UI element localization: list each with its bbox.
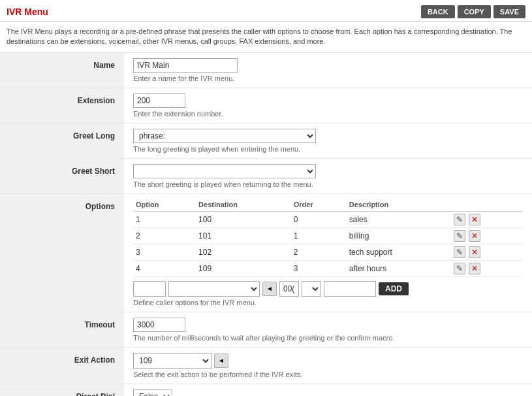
description-cell: tech support bbox=[347, 244, 450, 260]
exit-action-row: Exit Action 109 ◄ Select the exit action… bbox=[0, 347, 532, 384]
table-row: 2 101 1 billing ✎ ✕ bbox=[133, 227, 523, 244]
description-cell: sales bbox=[347, 211, 450, 227]
back-button[interactable]: BACK bbox=[421, 5, 455, 18]
timeout-input[interactable] bbox=[133, 318, 185, 332]
delete-option-button[interactable]: ✕ bbox=[469, 263, 480, 274]
delete-option-button[interactable]: ✕ bbox=[469, 246, 480, 258]
extension-row: Extension Enter the extension number. bbox=[0, 88, 532, 123]
table-row: 1 100 0 sales ✎ ✕ bbox=[133, 211, 523, 227]
name-label: Name bbox=[0, 53, 124, 88]
action-cell: ✎ ✕ bbox=[450, 227, 523, 244]
order-cell: 2 bbox=[291, 244, 347, 260]
greet-long-input-cell: phrase: The long greeting is played when… bbox=[124, 123, 532, 158]
greet-short-select[interactable] bbox=[133, 164, 316, 178]
page-description: The IVR Menu plays a recording or a pre-… bbox=[0, 22, 532, 53]
order-cell: 1 bbox=[291, 227, 347, 244]
greet-long-row: Greet Long phrase: The long greeting is … bbox=[0, 123, 532, 158]
delete-option-button[interactable]: ✕ bbox=[469, 230, 480, 242]
add-option-button[interactable]: ADD bbox=[379, 282, 409, 295]
table-row: 3 102 2 tech support ✎ ✕ bbox=[133, 244, 523, 260]
edit-option-button[interactable]: ✎ bbox=[454, 214, 465, 225]
option-cell: 3 bbox=[133, 244, 196, 260]
save-button[interactable]: SAVE bbox=[493, 5, 525, 18]
new-destination-arrow-btn[interactable]: ◄ bbox=[262, 282, 277, 296]
option-cell: 1 bbox=[133, 211, 196, 227]
destination-cell: 109 bbox=[196, 260, 291, 276]
destination-cell: 102 bbox=[196, 244, 291, 260]
col-option: Option bbox=[133, 199, 196, 212]
page-title: IVR Menu bbox=[7, 7, 48, 17]
new-order-select[interactable]: ▼ bbox=[302, 281, 321, 297]
add-option-row: ◄ ▼ ADD bbox=[133, 281, 523, 297]
name-row: Name Enter a name for the IVR menu. bbox=[0, 53, 532, 88]
timeout-input-cell: The number of milliseconds to wait after… bbox=[124, 312, 532, 347]
destination-cell: 101 bbox=[196, 227, 291, 244]
direct-dial-select[interactable]: False bbox=[133, 389, 172, 396]
greet-long-select[interactable]: phrase: bbox=[133, 129, 316, 143]
col-order: Order bbox=[291, 199, 347, 212]
name-input-cell: Enter a name for the IVR menu. bbox=[124, 53, 532, 88]
edit-option-button[interactable]: ✎ bbox=[454, 263, 465, 274]
options-hint: Define caller options for the IVR menu. bbox=[133, 299, 523, 306]
exit-action-hint: Select the exit action to be performed i… bbox=[133, 371, 523, 378]
action-cell: ✎ ✕ bbox=[450, 260, 523, 276]
greet-short-input-cell: The short greeting is played when return… bbox=[124, 158, 532, 193]
edit-option-button[interactable]: ✎ bbox=[454, 230, 465, 242]
delete-option-button[interactable]: ✕ bbox=[469, 214, 480, 225]
col-description: Description bbox=[347, 199, 450, 212]
options-row: Options Option Destination Order Descrip… bbox=[0, 193, 532, 312]
order-cell: 3 bbox=[291, 260, 347, 276]
options-table: Option Destination Order Description 1 1… bbox=[133, 199, 523, 277]
name-hint: Enter a name for the IVR menu. bbox=[133, 74, 523, 82]
new-description-input[interactable] bbox=[324, 281, 376, 297]
direct-dial-controls: False bbox=[133, 389, 523, 396]
action-cell: ✎ ✕ bbox=[450, 244, 523, 260]
extension-input-cell: Enter the extension number. bbox=[124, 88, 532, 123]
edit-option-button[interactable]: ✎ bbox=[454, 246, 465, 258]
greet-short-label: Greet Short bbox=[0, 158, 124, 193]
order-cell: 0 bbox=[291, 211, 347, 227]
destination-cell: 100 bbox=[196, 211, 291, 227]
extension-input[interactable] bbox=[133, 93, 185, 108]
options-label: Options bbox=[0, 193, 124, 312]
greet-short-hint: The short greeting is played when return… bbox=[133, 180, 523, 188]
direct-dial-row: Direct Dial False Define whether callers… bbox=[0, 384, 532, 396]
greet-long-hint: The long greeting is played when enterin… bbox=[133, 145, 523, 153]
exit-action-select[interactable]: 109 bbox=[133, 353, 211, 369]
greet-short-row: Greet Short The short greeting is played… bbox=[0, 158, 532, 193]
option-cell: 4 bbox=[133, 260, 196, 276]
description-cell: after hours bbox=[347, 260, 450, 276]
form-table: Name Enter a name for the IVR menu. Exte… bbox=[0, 53, 532, 396]
new-option-input[interactable] bbox=[133, 281, 166, 297]
action-cell: ✎ ✕ bbox=[450, 211, 523, 227]
copy-button[interactable]: COPY bbox=[458, 5, 491, 18]
new-order-input[interactable] bbox=[279, 281, 299, 297]
name-input[interactable] bbox=[133, 58, 238, 73]
header-buttons: BACK COPY SAVE bbox=[421, 5, 525, 18]
timeout-hint: The number of milliseconds to wait after… bbox=[133, 334, 523, 342]
timeout-row: Timeout The number of milliseconds to wa… bbox=[0, 312, 532, 347]
exit-action-input-cell: 109 ◄ Select the exit action to be perfo… bbox=[124, 347, 532, 384]
new-destination-select[interactable] bbox=[168, 281, 260, 297]
extension-hint: Enter the extension number. bbox=[133, 110, 523, 118]
options-input-cell: Option Destination Order Description 1 1… bbox=[124, 193, 532, 312]
exit-action-label: Exit Action bbox=[0, 347, 124, 384]
direct-dial-input-cell: False Define whether callers can dial di… bbox=[124, 384, 532, 396]
extension-label: Extension bbox=[0, 88, 124, 123]
direct-dial-label: Direct Dial bbox=[0, 384, 124, 396]
exit-action-arrow-btn[interactable]: ◄ bbox=[214, 354, 228, 368]
exit-action-controls: 109 ◄ bbox=[133, 353, 523, 369]
timeout-label: Timeout bbox=[0, 312, 124, 347]
table-row: 4 109 3 after hours ✎ ✕ bbox=[133, 260, 523, 276]
greet-long-label: Greet Long bbox=[0, 123, 124, 158]
option-cell: 2 bbox=[133, 227, 196, 244]
description-cell: billing bbox=[347, 227, 450, 244]
col-destination: Destination bbox=[196, 199, 291, 212]
